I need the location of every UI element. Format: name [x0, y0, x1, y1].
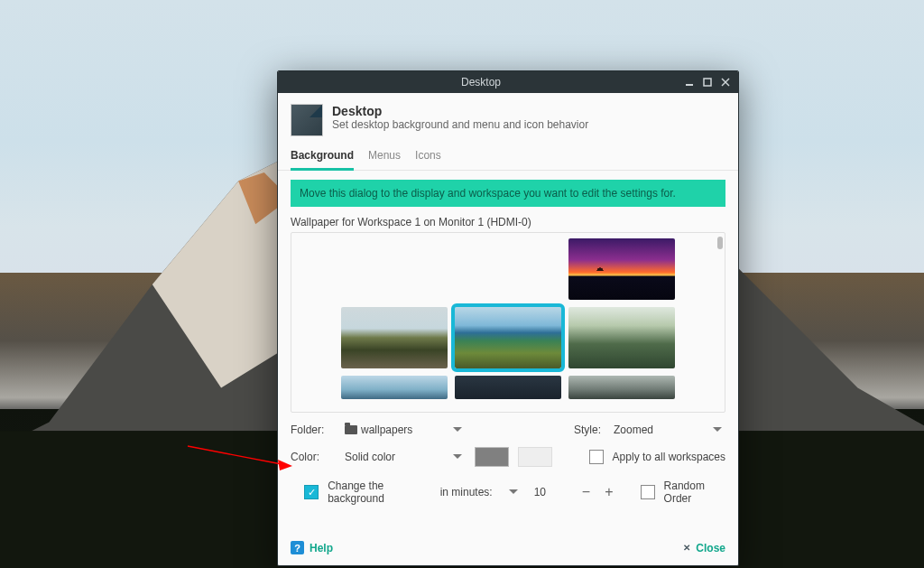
dialog-title: Desktop: [332, 104, 588, 118]
apply-all-checkbox[interactable]: [589, 450, 604, 464]
random-order-checkbox[interactable]: [641, 485, 655, 499]
scrollbar-thumb[interactable]: [717, 237, 723, 249]
interval-unit-select[interactable]: in minutes:: [437, 484, 522, 500]
wallpaper-thumb[interactable]: [568, 307, 675, 368]
wallpaper-thumb[interactable]: [568, 376, 675, 399]
wallpaper-thumb-selected[interactable]: [455, 307, 561, 368]
change-background-label: Change the background: [328, 480, 427, 505]
dialog-header: Desktop Set desktop background and menu …: [278, 93, 738, 144]
close-button[interactable]: ✕ Close: [683, 542, 725, 554]
chevron-down-icon: [453, 427, 462, 436]
interval-unit: in minutes:: [440, 486, 493, 498]
tab-menus[interactable]: Menus: [368, 144, 401, 170]
workspace-label: Wallpaper for Workspace 1 on Monitor 1 (…: [291, 216, 725, 228]
wallpaper-thumb[interactable]: [455, 238, 561, 300]
color-swatch-primary[interactable]: [475, 447, 509, 467]
desktop-settings-window: Desktop Desktop Set desktop background a…: [277, 70, 739, 566]
tabs: Background Menus Icons: [278, 144, 738, 171]
wallpaper-thumb[interactable]: [341, 376, 448, 399]
dialog-subtitle: Set desktop background and menu and icon…: [332, 118, 588, 131]
folder-icon: [345, 425, 357, 434]
color-mode-select[interactable]: Solid color: [341, 449, 466, 465]
change-background-checkbox[interactable]: [304, 485, 319, 499]
chevron-down-icon: [509, 489, 518, 498]
help-button[interactable]: ? Help: [291, 541, 333, 554]
info-banner: Move this dialog to the display and work…: [291, 180, 725, 207]
chevron-down-icon: [453, 454, 462, 463]
folder-select[interactable]: wallpapers: [341, 422, 466, 438]
svg-rect-6: [686, 84, 693, 86]
color-value: Solid color: [345, 451, 395, 463]
color-label: Color:: [291, 451, 332, 463]
style-select[interactable]: Zoomed: [610, 422, 725, 438]
window-title: Desktop: [282, 76, 680, 88]
desktop-icon: [291, 104, 323, 136]
wallpaper-thumb[interactable]: [568, 238, 675, 300]
close-window-button[interactable]: [716, 73, 735, 91]
chevron-down-icon: [713, 427, 722, 436]
help-icon: ?: [291, 541, 304, 554]
apply-all-label: Apply to all workspaces: [613, 451, 725, 463]
folder-value: wallpapers: [361, 424, 412, 436]
style-value: Zoomed: [614, 424, 653, 436]
minimize-button[interactable]: [680, 73, 698, 91]
wallpaper-thumb[interactable]: [455, 376, 561, 399]
folder-label: Folder:: [291, 424, 332, 436]
maximize-button[interactable]: [698, 73, 716, 91]
close-label: Close: [696, 542, 725, 554]
color-swatch-secondary[interactable]: [518, 447, 552, 467]
wallpaper-thumb[interactable]: [341, 307, 448, 368]
decrement-button[interactable]: −: [579, 484, 594, 500]
help-label: Help: [310, 542, 333, 554]
svg-rect-7: [704, 79, 711, 86]
window-titlebar[interactable]: Desktop: [278, 71, 738, 93]
style-label: Style:: [574, 424, 601, 436]
random-order-label: Random Order: [664, 480, 725, 505]
increment-button[interactable]: +: [602, 484, 616, 500]
tab-background[interactable]: Background: [291, 144, 354, 171]
wallpaper-grid[interactable]: [291, 232, 725, 413]
tab-icons[interactable]: Icons: [415, 144, 441, 170]
interval-input[interactable]: [531, 483, 570, 501]
wallpaper-thumb[interactable]: [341, 238, 448, 300]
close-icon: ✕: [683, 543, 690, 553]
